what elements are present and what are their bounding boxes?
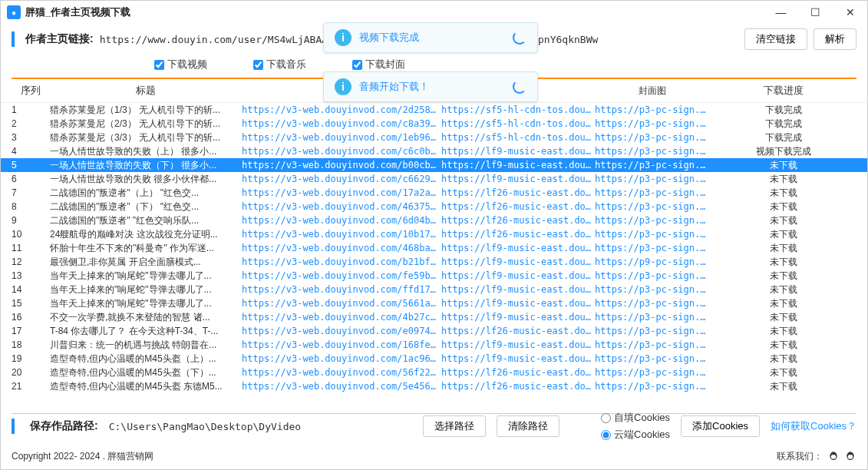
cell-status: 未下载 (710, 269, 856, 283)
table-row[interactable]: 5一场人情世故导致的失败（下） 很多小...https://v3-web.dou… (1, 158, 867, 172)
cell-cover-url: https://p3-pc-sign... (595, 186, 710, 200)
cell-title: 川普归来：统一的机遇与挑战 特朗普在... (50, 338, 242, 352)
cell-video-url: https://v3-web.douyinvod.com/46375f301e1… (242, 200, 441, 213)
maximize-button[interactable]: ☐ (798, 1, 833, 24)
table-row[interactable]: 20造型奇特,但内心温暖的M45头盔（下）...https://v3-web.d… (1, 366, 867, 379)
cell-video-url: https://v3-web.douyinvod.com/5e45643236d… (242, 379, 441, 393)
table-row[interactable]: 6一场人情世故导致的失败 很多小伙伴都...https://v3-web.dou… (1, 172, 867, 186)
download-music-checkbox[interactable]: 下载音乐 (253, 58, 306, 71)
radio-cloud-cookies[interactable]: 云端Cookies (601, 428, 670, 442)
cell-title: 造型奇特,但内心温暖的M45头盔（上）... (50, 352, 242, 366)
cell-cover-url: https://p3-pc-sign... (595, 283, 710, 296)
cell-status: 未下载 (710, 338, 856, 352)
cell-cover-url: https://p3-pc-sign... (595, 172, 710, 186)
cell-status: 未下载 (710, 255, 856, 269)
cell-seq: 15 (12, 296, 50, 310)
table-row[interactable]: 4一场人情世故导致的失败（上） 很多小...https://v3-web.dou… (1, 144, 867, 158)
cell-title: 当年天上掉来的"响尾蛇"导弹去哪儿了... (50, 296, 242, 310)
cell-seq: 16 (12, 310, 50, 324)
cell-cover-url: https://p3-pc-sign... (595, 241, 710, 255)
cell-title: 二战德国的"叛逆者"（上） "红色交... (50, 186, 242, 200)
radio-self-cookies[interactable]: 自填Cookies (601, 411, 670, 425)
cell-seq: 4 (12, 144, 50, 158)
minimize-button[interactable]: — (764, 1, 798, 24)
table-row[interactable]: 19造型奇特,但内心温暖的M45头盔（上）...https://v3-web.d… (1, 352, 867, 366)
clear-path-button[interactable]: 清除路径 (497, 415, 559, 437)
cell-video-url: https://v3-web.douyinvod.com/17a2ad10cfd… (242, 186, 441, 200)
table-row[interactable]: 3猎杀苏莱曼尼（3/3） 无人机引导下的斩...https://v3-web.d… (1, 131, 867, 144)
qq-icon[interactable] (827, 451, 840, 463)
table-row[interactable]: 1024艘航母的巅峰对决 这次战役充分证明...https://v3-web.d… (1, 227, 867, 241)
download-video-checkbox[interactable]: 下载视频 (154, 58, 207, 71)
cell-music-url: https://lf26-music-east.douy... (441, 186, 595, 200)
table-row[interactable]: 16不交一次学费,就换不来登陆的智慧 诸...https://v3-web.do… (1, 310, 867, 324)
select-path-button[interactable]: 选择路径 (423, 415, 486, 437)
cell-seq: 5 (12, 158, 50, 172)
cell-video-url: https://v3-web.douyinvod.com/ffd1762fb3d… (242, 283, 441, 296)
cell-title: 不交一次学费,就换不来登陆的智慧 诸... (50, 310, 242, 324)
cell-video-url: https://v3-web.douyinvod.com/1eb96cdda40… (242, 131, 441, 144)
cell-status: 未下载 (710, 186, 856, 200)
cell-title: 猎杀苏莱曼尼（3/3） 无人机引导下的斩... (50, 131, 242, 144)
cell-seq: 1 (12, 103, 50, 117)
svg-point-2 (832, 454, 833, 455)
cell-seq: 8 (12, 200, 50, 213)
table-row[interactable]: 1猎杀苏莱曼尼（1/3） 无人机引导下的斩...https://v3-web.d… (1, 103, 867, 117)
table-row[interactable]: 21造型奇特,但内心温暖的M45头盔 东德M5...https://v3-web… (1, 379, 867, 393)
cell-title: 造型奇特,但内心温暖的M45头盔（下）... (50, 366, 242, 379)
cell-cover-url: https://p3-pc-sign... (595, 269, 710, 283)
svg-point-1 (831, 455, 837, 458)
cell-cover-url: https://p3-pc-sign... (595, 338, 710, 352)
header-status: 下载进度 (710, 84, 856, 98)
cookies-help-link[interactable]: 如何获取Cookies？ (771, 419, 856, 433)
table-body: 1猎杀苏莱曼尼（1/3） 无人机引导下的斩...https://v3-web.d… (1, 103, 867, 393)
cell-cover-url: https://p3-pc-sign... (595, 200, 710, 213)
cell-seq: 12 (12, 255, 50, 269)
table-row[interactable]: 2猎杀苏莱曼尼（2/3） 无人机引导下的斩...https://v3-web.d… (1, 117, 867, 131)
cell-status: 未下载 (710, 379, 856, 393)
table-row[interactable]: 13当年天上掉来的"响尾蛇"导弹去哪儿了...https://v3-web.do… (1, 269, 867, 283)
info-icon: i (335, 78, 351, 95)
cell-seq: 11 (12, 241, 50, 255)
cell-video-url: https://v3-web.douyinvod.com/168febfcf9.… (242, 338, 441, 352)
url-label: 作者主页链接: (25, 32, 94, 46)
accent-indicator (12, 31, 15, 47)
cell-video-url: https://v3-web.douyinvod.com/468ba3a2b50… (242, 241, 441, 255)
qq-icon[interactable] (844, 451, 856, 463)
cell-status: 下载完成 (710, 131, 856, 144)
cell-music-url: https://sf5-hl-cdn-tos.douyi... (441, 131, 595, 144)
table-row[interactable]: 18川普归来：统一的机遇与挑战 特朗普在...https://v3-web.do… (1, 338, 867, 352)
cell-seq: 13 (12, 269, 50, 283)
table-row[interactable]: 17T-84 你去哪儿了？ 在今天这种T-34、T-...https://v3-… (1, 324, 867, 338)
cell-music-url: https://lf26-music-east.douy... (441, 324, 595, 338)
svg-point-7 (851, 454, 852, 455)
save-path-label: 保存作品路径: (30, 419, 98, 433)
cell-video-url: https://v3-web.douyinvod.com/c6c0bd1a148… (242, 144, 441, 158)
download-cover-checkbox[interactable]: 下载封面 (352, 58, 405, 71)
table-row[interactable]: 9二战德国的"叛逆者" "红色交响乐队...https://v3-web.dou… (1, 213, 867, 227)
parse-button[interactable]: 解析 (814, 28, 856, 50)
close-window-button[interactable]: ✕ (833, 1, 867, 24)
cell-cover-url: https://p3-pc-sign... (595, 158, 710, 172)
add-cookies-button[interactable]: 添加Cookies (681, 415, 760, 437)
table-row[interactable]: 15当年天上掉来的"响尾蛇"导弹去哪儿了...https://v3-web.do… (1, 296, 867, 310)
cell-music-url: https://lf26-music-east.douy... (441, 227, 595, 241)
table-row[interactable]: 12最强侧卫,非你莫属 开启全面膳模式...https://v3-web.dou… (1, 255, 867, 269)
table-row[interactable]: 8二战德国的"叛逆者"（下） "红色交...https://v3-web.dou… (1, 200, 867, 213)
table-row[interactable]: 14当年天上掉来的"响尾蛇"导弹去哪儿了...https://v3-web.do… (1, 283, 867, 296)
cell-title: 造型奇特,但内心温暖的M45头盔 东德M5... (50, 379, 242, 393)
cell-seq: 2 (12, 117, 50, 131)
table-row[interactable]: 7二战德国的"叛逆者"（上） "红色交...https://v3-web.dou… (1, 186, 867, 200)
table-row[interactable]: 11怀胎十年生不下来的"科曼奇" 作为军迷...https://v3-web.d… (1, 241, 867, 255)
cell-music-url: https://lf9-music-east.douyi... (441, 338, 595, 352)
footer: Copyright 2022- 2024 . 胖猫营销网 联系我们： (1, 447, 867, 466)
svg-point-6 (849, 454, 850, 455)
cell-title: 二战德国的"叛逆者"（下） "红色交... (50, 200, 242, 213)
cell-cover-url: https://p3-pc-sign... (595, 324, 710, 338)
clear-url-button[interactable]: 清空链接 (744, 28, 807, 50)
cell-music-url: https://sf5-hl-cdn-tos.douyi... (441, 103, 595, 117)
cell-seq: 21 (12, 379, 50, 393)
cell-status: 未下载 (710, 324, 856, 338)
cell-title: 猎杀苏莱曼尼（1/3） 无人机引导下的斩... (50, 103, 242, 117)
svg-point-5 (848, 455, 853, 458)
